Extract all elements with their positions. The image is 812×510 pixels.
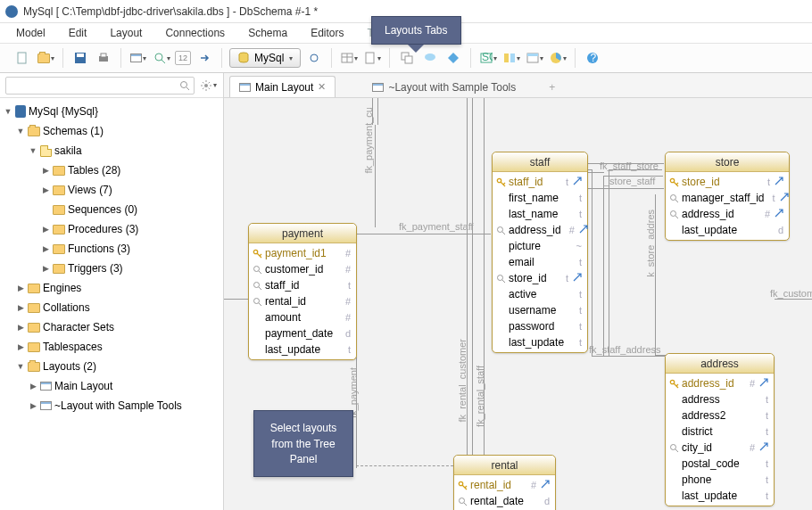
tree-triggers[interactable]: ▶Triggers (3)	[0, 259, 223, 278]
column-row[interactable]: rental_id#	[454, 477, 555, 493]
column-row[interactable]: picture~	[493, 238, 587, 254]
tree-collations[interactable]: ▶Collations	[0, 298, 223, 317]
entity-payment[interactable]: paymentpayment_id1#customer_id#staff_idt…	[248, 223, 357, 360]
table-button[interactable]: ▾	[339, 48, 359, 68]
tree-tables[interactable]: ▶Tables (28)	[0, 160, 223, 180]
fk-label: fk_rental_customer	[457, 339, 468, 423]
sync-button[interactable]	[304, 48, 324, 68]
entity-header[interactable]: store	[666, 152, 789, 172]
column-row[interactable]: last_updatet	[249, 341, 356, 358]
close-icon[interactable]: ✕	[318, 81, 326, 93]
entity-header[interactable]: staff	[493, 152, 587, 172]
menu-edit[interactable]: Edit	[69, 27, 87, 39]
column-name: address_id	[682, 208, 734, 220]
column-row[interactable]: emailt	[493, 254, 587, 270]
tree-procedures[interactable]: ▶Procedures (3)	[0, 219, 223, 239]
tree-schema-sakila[interactable]: ▼sakila	[0, 141, 223, 160]
column-row[interactable]: store_idt	[666, 174, 789, 190]
column-row[interactable]: address2t	[666, 407, 774, 424]
menu-model[interactable]: Model	[16, 27, 46, 39]
save-button[interactable]	[70, 48, 90, 68]
blank-icon	[253, 329, 262, 339]
entity-header[interactable]: payment	[249, 224, 356, 243]
entity-address[interactable]: addressaddress_id#addresstaddress2tdistr…	[665, 353, 775, 506]
search-icon	[179, 80, 190, 91]
tree-sequences[interactable]: ▶Sequences (0)	[0, 200, 223, 219]
tree-layouts[interactable]: ▼Layouts (2)	[0, 357, 223, 376]
zoom-button[interactable]: ▾	[152, 48, 171, 68]
tab-main-layout[interactable]: Main Layout ✕	[229, 76, 336, 97]
column-row[interactable]: payment_dated	[249, 325, 356, 341]
column-row[interactable]: store_idt	[493, 270, 587, 286]
column-name: store_id	[682, 176, 720, 188]
tree-schemas[interactable]: ▼Schemas (1)	[0, 121, 223, 141]
fk-label: fk_custom	[770, 288, 812, 299]
svg-line-33	[259, 287, 261, 290]
menu-schema[interactable]: Schema	[248, 27, 287, 39]
column-row[interactable]: usernamet	[493, 302, 587, 318]
print-button[interactable]	[94, 48, 113, 68]
fk-ref-icon	[573, 176, 582, 188]
expand-button[interactable]	[195, 48, 214, 68]
layout-button[interactable]: ▾	[128, 48, 148, 68]
tree-charsets[interactable]: ▶Character Sets	[0, 317, 223, 337]
key-icon	[669, 379, 679, 389]
column-row[interactable]: addresst	[666, 391, 774, 407]
column-row[interactable]: postal_codet	[666, 456, 774, 472]
tree-views[interactable]: ▶Views (7)	[0, 180, 223, 200]
column-row[interactable]: phonet	[666, 472, 774, 488]
index-icon	[253, 281, 262, 291]
menu-layout[interactable]: Layout	[110, 27, 142, 39]
chart-button[interactable]: ▾	[548, 48, 568, 68]
column-row[interactable]: last_updated	[666, 222, 789, 238]
compare-button[interactable]: ▾	[501, 48, 521, 68]
diamond-button[interactable]	[443, 48, 463, 68]
column-row[interactable]: passwordt	[493, 318, 587, 334]
tree-tablespaces[interactable]: ▶Tablespaces	[0, 337, 223, 357]
search-input[interactable]	[5, 77, 195, 95]
entity-rental[interactable]: rentalrental_id#rental_datedinventory_id…	[453, 455, 556, 510]
entity-staff[interactable]: staffstaff_idtfirst_nametlast_nametaddre…	[492, 152, 588, 353]
column-row[interactable]: last_updatet	[493, 334, 587, 350]
sql-button[interactable]: SQL▾	[478, 48, 498, 68]
settings-icon[interactable]: ▾	[198, 76, 218, 95]
column-row[interactable]: staff_idt	[249, 277, 356, 293]
column-row[interactable]: rental_id#	[249, 293, 356, 309]
column-row[interactable]: address_id#	[666, 375, 774, 391]
entity-store[interactable]: storestore_idtmanager_staff_idtaddress_i…	[665, 152, 790, 241]
column-row[interactable]: last_namet	[493, 206, 587, 222]
new-button[interactable]	[12, 48, 32, 68]
column-row[interactable]: first_namet	[493, 190, 587, 206]
tree-layout-main[interactable]: ▶Main Layout	[0, 376, 223, 396]
column-row[interactable]: amount#	[249, 309, 356, 325]
tab-add[interactable]: +	[539, 76, 565, 97]
tree-root[interactable]: ▼MySql {MySql}	[0, 102, 223, 121]
column-row[interactable]: last_updatet	[666, 488, 774, 504]
column-row[interactable]: customer_id#	[249, 261, 356, 277]
column-row[interactable]: manager_staff_idt	[666, 190, 789, 206]
menu-editors[interactable]: Editors	[311, 27, 344, 39]
db-engine-button[interactable]: MySql ▾	[229, 48, 301, 68]
column-row[interactable]: address_id#	[666, 206, 789, 222]
column-row[interactable]: districtt	[666, 424, 774, 440]
column-name: address_id	[682, 377, 734, 390]
column-row[interactable]: city_id#	[666, 440, 774, 456]
menu-connections[interactable]: Connections	[165, 27, 225, 39]
column-row[interactable]: staff_idt	[493, 174, 587, 190]
help-button[interactable]: ?	[583, 48, 602, 68]
entity-header[interactable]: address	[666, 354, 774, 374]
column-row[interactable]: payment_id1#	[249, 245, 356, 261]
tab-sample-tools[interactable]: ~Layout with Sample Tools	[362, 76, 526, 97]
tree-functions[interactable]: ▶Functions (3)	[0, 239, 223, 259]
data-button[interactable]: ▾	[525, 48, 544, 68]
column-row[interactable]: activet	[493, 286, 587, 302]
doc-button[interactable]: ▾	[362, 48, 382, 68]
column-row[interactable]: address_id#	[493, 222, 587, 238]
grid-button[interactable]: 12	[175, 51, 191, 65]
open-button[interactable]: ▾	[36, 48, 55, 68]
entity-header[interactable]: rental	[454, 456, 555, 475]
column-row[interactable]: rental_dated	[454, 493, 555, 509]
fk-ref-icon	[759, 377, 768, 390]
tree-engines[interactable]: ▶Engines	[0, 278, 223, 298]
tree-layout-sample[interactable]: ▶~Layout with Sample Tools	[0, 396, 223, 415]
